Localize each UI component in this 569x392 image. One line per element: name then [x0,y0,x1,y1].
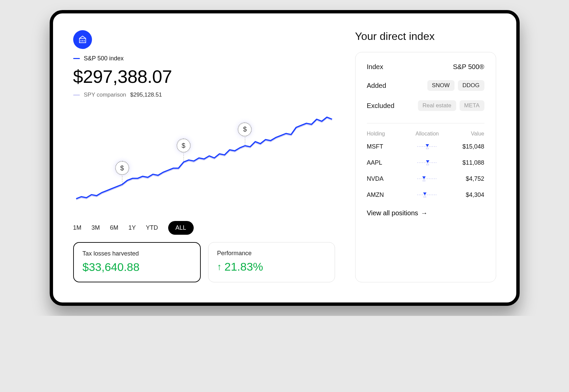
tax-losses-label: Tax losses harvested [83,250,191,257]
col-holding: Holding [367,131,404,137]
direct-index-title: Your direct index [355,30,496,43]
performance-card[interactable]: Performance ↑ 21.83% [208,242,335,282]
performance-label: Performance [217,250,326,257]
tax-losses-value: $33,640.88 [83,261,191,274]
comparison-value: $295,128.51 [130,92,162,98]
harvest-marker-icon: $ [238,122,252,136]
svg-marker-18 [423,195,426,197]
tax-losses-card[interactable]: Tax losses harvested $33,640.88 [73,242,201,282]
right-column: Your direct index Index S&P 500® Added S… [355,30,496,282]
time-range-1m[interactable]: 1M [73,224,82,231]
holding-value: $4,304 [451,191,484,199]
time-range-all[interactable]: ALL [168,221,194,235]
svg-marker-15 [423,179,425,181]
holding-ticker: NVDA [367,175,404,182]
performance-value: ↑ 21.83% [217,260,326,273]
holdings-list: MSFT $15,048AAPL $11,088NVDA $4,752AMZN … [367,143,484,207]
holdings-header: Holding Allocation Value [367,131,484,137]
view-all-positions-link[interactable]: View all positions → [367,209,484,217]
holding-ticker: AAPL [367,159,404,166]
excluded-row: Excluded Real estateMETA [367,100,484,111]
harvest-marker-icon: $ [115,161,129,175]
holding-row-aapl[interactable]: AAPL $11,088 [367,159,484,166]
added-label: Added [367,82,386,90]
holding-value: $4,752 [451,175,484,182]
excluded-chips: Real estateMETA [418,100,484,111]
holding-row-nvda[interactable]: NVDA $4,752 [367,175,484,182]
allocation-indicator-icon [404,159,451,166]
time-range-selector: 1M3M6M1YYTDALL [73,221,335,235]
added-row: Added SNOWDDOG [367,80,484,91]
time-range-ytd[interactable]: YTD [146,224,158,231]
chip-meta[interactable]: META [460,100,484,111]
holding-row-msft[interactable]: MSFT $15,048 [367,143,484,150]
allocation-indicator-icon [404,191,451,199]
arrow-up-icon: ↑ [217,262,222,272]
harvest-marker-icon: $ [177,138,191,153]
holding-value: $15,048 [451,143,484,150]
svg-marker-9 [426,147,429,149]
app-frame: S&P 500 index $297,388.07 SPY comparison… [50,10,520,306]
divider [367,123,484,123]
svg-marker-12 [426,163,429,165]
time-range-1y[interactable]: 1Y [129,224,136,231]
left-column: S&P 500 index $297,388.07 SPY comparison… [73,30,335,282]
excluded-label: Excluded [367,102,394,110]
chip-real-estate[interactable]: Real estate [418,100,456,111]
holding-ticker: AMZN [367,191,404,199]
allocation-indicator-icon [404,143,451,150]
line-chart: $$$ [73,104,335,213]
primary-legend: S&P 500 index [73,55,335,62]
chip-snow[interactable]: SNOW [427,80,455,91]
time-range-6m[interactable]: 6M [110,224,118,231]
legend-swatch-primary [73,58,80,59]
comparison-legend: SPY comparison $295,128.51 [73,92,335,98]
col-allocation: Allocation [404,131,451,137]
index-label: Index [367,63,383,71]
col-value: Value [451,131,484,137]
chip-ddog[interactable]: DDOG [458,80,484,91]
added-chips: SNOWDDOG [427,80,484,91]
comparison-label: SPY comparison [84,92,126,98]
holding-ticker: MSFT [367,143,404,150]
index-value: S&P 500® [453,63,484,71]
holding-row-amzn[interactable]: AMZN $4,304 [367,191,484,199]
primary-legend-label: S&P 500 index [84,55,124,62]
legend-swatch-secondary [73,95,80,96]
svg-marker-11 [426,160,429,163]
index-row: Index S&P 500® [367,63,484,71]
time-range-3m[interactable]: 3M [92,224,100,231]
portfolio-value: $297,388.07 [73,66,335,87]
allocation-indicator-icon [404,175,451,182]
arrow-right-icon: → [421,209,428,217]
summary-cards: Tax losses harvested $33,640.88 Performa… [73,242,335,282]
holding-value: $11,088 [451,159,484,166]
account-badge-icon [73,30,92,49]
direct-index-panel: Index S&P 500® Added SNOWDDOG Excluded R… [355,52,496,282]
